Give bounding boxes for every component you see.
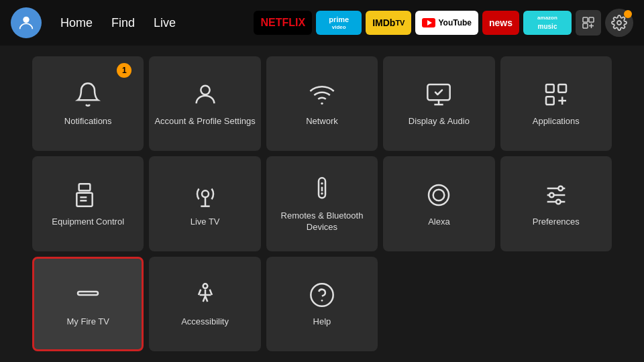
svg-point-0 <box>23 17 29 23</box>
settings-notification-dot <box>624 10 632 18</box>
tile-help[interactable]: Help <box>266 257 378 351</box>
equipment-control-label: Equipment Control <box>52 217 124 228</box>
svg-point-9 <box>321 103 323 105</box>
svg-point-25 <box>321 182 323 184</box>
preferences-label: Preferences <box>533 217 580 228</box>
svg-point-40 <box>321 300 323 302</box>
svg-point-35 <box>556 199 561 204</box>
netflix-app[interactable]: NETFLIX <box>254 11 312 35</box>
tile-my-fire-tv[interactable]: My Fire TV <box>32 257 144 351</box>
person-icon <box>191 80 220 109</box>
svg-rect-13 <box>546 97 554 105</box>
avatar[interactable] <box>11 7 42 38</box>
grid-plus-icon <box>541 80 571 109</box>
tile-account-profile[interactable]: Account & Profile Settings <box>149 56 260 151</box>
wifi-icon <box>307 80 337 109</box>
svg-point-27 <box>321 192 323 194</box>
youtube-app[interactable]: YouTube <box>415 11 478 35</box>
svg-point-33 <box>558 186 563 190</box>
nav-links: Home Find Live <box>54 13 182 33</box>
accessibility-label: Accessibility <box>181 316 229 328</box>
svg-point-21 <box>202 190 209 197</box>
navbar: Home Find Live NETFLIX prime video IMDbT… <box>0 0 644 46</box>
tile-alexa[interactable]: Alexa <box>383 156 494 251</box>
alexa-ring-icon <box>424 180 453 210</box>
account-profile-label: Account & Profile Settings <box>154 116 255 127</box>
my-fire-tv-label: My Fire TV <box>67 316 109 328</box>
svg-rect-2 <box>583 17 588 22</box>
alexa-label: Alexa <box>428 217 450 228</box>
svg-point-39 <box>311 284 333 306</box>
settings-button[interactable] <box>605 9 633 37</box>
svg-rect-12 <box>558 84 566 93</box>
imdb-app[interactable]: IMDbTV <box>366 11 411 35</box>
svg-point-37 <box>203 284 207 288</box>
sliders-icon <box>541 180 571 210</box>
svg-rect-18 <box>77 192 93 206</box>
svg-point-29 <box>433 189 445 200</box>
live-tv-label: Live TV <box>191 217 220 228</box>
nav-home[interactable]: Home <box>54 13 99 33</box>
svg-point-8 <box>201 86 209 95</box>
streaming-apps: NETFLIX prime video IMDbTV YouTube news … <box>254 9 633 37</box>
nav-find[interactable]: Find <box>105 13 142 33</box>
network-label: Network <box>306 116 338 127</box>
news-app[interactable]: news <box>482 11 519 35</box>
svg-rect-16 <box>79 184 91 190</box>
remote-icon <box>307 174 337 204</box>
accessibility-icon <box>191 280 220 310</box>
youtube-icon <box>422 18 435 27</box>
svg-rect-11 <box>546 84 554 93</box>
tile-preferences[interactable]: Preferences <box>500 156 612 251</box>
antenna-icon <box>191 180 220 210</box>
fire-tv-icon <box>73 280 103 310</box>
tile-network[interactable]: Network <box>266 56 378 151</box>
svg-marker-1 <box>427 20 432 25</box>
tile-display-audio[interactable]: Display & Audio <box>383 56 494 151</box>
svg-point-34 <box>549 192 554 197</box>
nav-live[interactable]: Live <box>147 13 182 33</box>
question-icon <box>307 280 337 310</box>
bell-icon <box>73 80 103 109</box>
tile-notifications[interactable]: 1 Notifications <box>32 56 144 151</box>
tile-applications[interactable]: Applications <box>500 56 612 151</box>
tile-accessibility[interactable]: Accessibility <box>149 257 260 351</box>
tile-remotes-bluetooth[interactable]: Remotes & Bluetooth Devices <box>266 156 378 251</box>
svg-rect-36 <box>78 292 98 295</box>
monitor-icon <box>424 80 453 109</box>
notification-badge: 1 <box>117 63 131 78</box>
amazon-music-app[interactable]: amazon music <box>523 11 572 35</box>
all-apps-button[interactable] <box>576 10 601 36</box>
help-label: Help <box>313 316 331 328</box>
notifications-label: Notifications <box>64 116 112 127</box>
tv-remote-icon <box>73 180 103 210</box>
svg-rect-3 <box>589 17 594 22</box>
settings-grid: 1 Notifications Account & Profile Settin… <box>0 46 644 362</box>
tile-equipment-control[interactable]: Equipment Control <box>32 156 144 251</box>
svg-point-7 <box>617 21 621 25</box>
svg-rect-4 <box>583 23 588 28</box>
prime-video-app[interactable]: prime video <box>316 11 362 35</box>
applications-label: Applications <box>533 116 580 127</box>
remotes-bluetooth-label: Remotes & Bluetooth Devices <box>272 210 372 233</box>
display-audio-label: Display & Audio <box>409 116 470 127</box>
tile-live-tv[interactable]: Live TV <box>149 156 260 251</box>
